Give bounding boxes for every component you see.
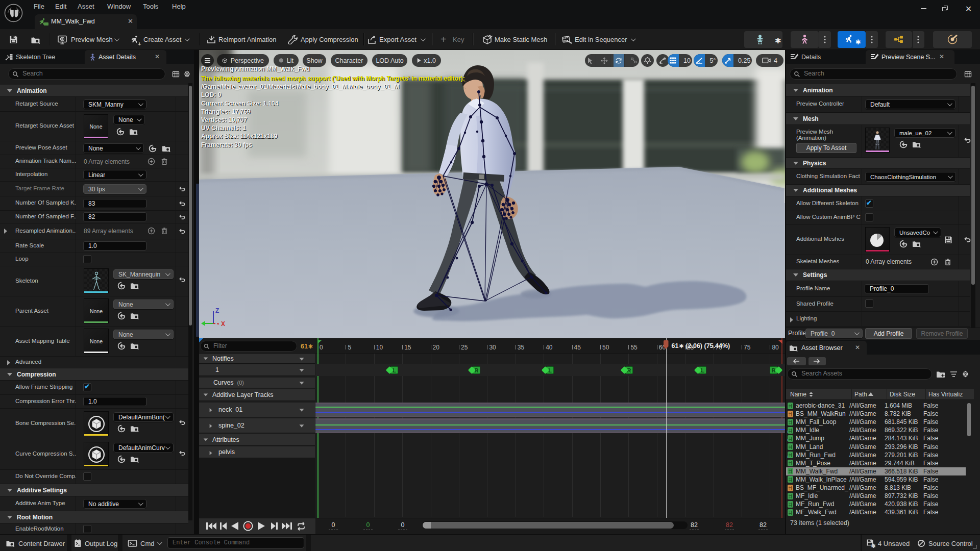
svg-text:Z: Z <box>215 307 219 314</box>
svg-text:X: X <box>221 320 225 328</box>
svg-text:✱: ✱ <box>871 543 876 548</box>
